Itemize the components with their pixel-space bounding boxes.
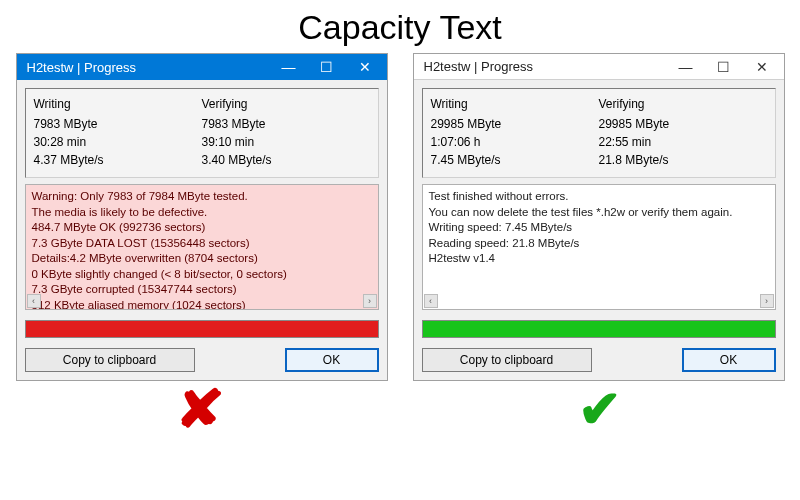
- scroll-right-icon[interactable]: ›: [363, 294, 377, 308]
- verifying-time: 39:10 min: [202, 133, 370, 151]
- writing-time: 1:07:06 h: [431, 133, 599, 151]
- verifying-label: Verifying: [202, 95, 370, 113]
- close-button[interactable]: ✕: [744, 56, 780, 78]
- writing-speed: 7.45 MByte/s: [431, 151, 599, 169]
- minimize-button[interactable]: —: [271, 56, 307, 78]
- log-line: Test finished without errors.: [429, 189, 769, 205]
- scroll-left-icon[interactable]: ‹: [424, 294, 438, 308]
- verifying-size: 29985 MByte: [599, 115, 767, 133]
- verifying-speed: 21.8 MByte/s: [599, 151, 767, 169]
- window-title: H2testw | Progress: [27, 60, 137, 75]
- writing-column: Writing29985 MByte1:07:06 h7.45 MByte/s: [431, 95, 599, 169]
- writing-time: 30:28 min: [34, 133, 202, 151]
- verifying-time: 22:55 min: [599, 133, 767, 151]
- metrics-panel: Writing7983 MByte30:28 min4.37 MByte/sVe…: [25, 88, 379, 178]
- ok-button[interactable]: OK: [682, 348, 776, 372]
- button-row: Copy to clipboardOK: [25, 348, 379, 372]
- log-line: Reading speed: 21.8 MByte/s: [429, 236, 769, 252]
- minimize-button[interactable]: —: [668, 56, 704, 78]
- log-line: 0 KByte slightly changed (< 8 bit/sector…: [32, 267, 372, 283]
- metrics-panel: Writing29985 MByte1:07:06 h7.45 MByte/sV…: [422, 88, 776, 178]
- page-title: Capacity Text: [0, 0, 800, 53]
- marks-row: ✘✔: [0, 383, 800, 435]
- verifying-size: 7983 MByte: [202, 115, 370, 133]
- titlebar[interactable]: H2testw | Progress—☐✕: [17, 54, 387, 80]
- writing-size: 29985 MByte: [431, 115, 599, 133]
- progress-bar: [25, 320, 379, 338]
- writing-size: 7983 MByte: [34, 115, 202, 133]
- log-line: H2testw v1.4: [429, 251, 769, 267]
- log-line: 7.3 GByte DATA LOST (15356448 sectors): [32, 236, 372, 252]
- window-body: Writing7983 MByte30:28 min4.37 MByte/sVe…: [17, 80, 387, 380]
- window-body: Writing29985 MByte1:07:06 h7.45 MByte/sV…: [414, 80, 784, 380]
- h2testw-window: H2testw | Progress—☐✕Writing7983 MByte30…: [16, 53, 388, 381]
- log-line: You can now delete the test files *.h2w …: [429, 205, 769, 221]
- log-line: Warning: Only 7983 of 7984 MByte tested.: [32, 189, 372, 205]
- scroll-left-icon[interactable]: ‹: [27, 294, 41, 308]
- windows-row: H2testw | Progress—☐✕Writing7983 MByte30…: [0, 53, 800, 381]
- log-line: The media is likely to be defective.: [32, 205, 372, 221]
- copy-to-clipboard-button[interactable]: Copy to clipboard: [422, 348, 592, 372]
- window-title: H2testw | Progress: [424, 59, 534, 74]
- h2testw-window: H2testw | Progress—☐✕Writing29985 MByte1…: [413, 53, 785, 381]
- close-button[interactable]: ✕: [347, 56, 383, 78]
- writing-speed: 4.37 MByte/s: [34, 151, 202, 169]
- progress-bar: [422, 320, 776, 338]
- scroll-right-icon[interactable]: ›: [760, 294, 774, 308]
- verifying-column: Verifying29985 MByte22:55 min21.8 MByte/…: [599, 95, 767, 169]
- writing-column: Writing7983 MByte30:28 min4.37 MByte/s: [34, 95, 202, 169]
- titlebar[interactable]: H2testw | Progress—☐✕: [414, 54, 784, 80]
- maximize-button[interactable]: ☐: [706, 56, 742, 78]
- button-row: Copy to clipboardOK: [422, 348, 776, 372]
- log-line: Writing speed: 7.45 MByte/s: [429, 220, 769, 236]
- log-line: Details:4.2 MByte overwritten (8704 sect…: [32, 251, 372, 267]
- verifying-column: Verifying7983 MByte39:10 min3.40 MByte/s: [202, 95, 370, 169]
- ok-button[interactable]: OK: [285, 348, 379, 372]
- verifying-speed: 3.40 MByte/s: [202, 151, 370, 169]
- x-mark-icon: ✘: [175, 383, 226, 435]
- log-line: 484.7 MByte OK (992736 sectors): [32, 220, 372, 236]
- log-output[interactable]: Test finished without errors.You can now…: [422, 184, 776, 310]
- copy-to-clipboard-button[interactable]: Copy to clipboard: [25, 348, 195, 372]
- check-mark-icon: ✔: [578, 383, 622, 435]
- log-line: 7.3 GByte corrupted (15347744 sectors): [32, 282, 372, 298]
- log-line: 512 KByte aliased memory (1024 sectors): [32, 298, 372, 310]
- maximize-button[interactable]: ☐: [309, 56, 345, 78]
- writing-label: Writing: [34, 95, 202, 113]
- verifying-label: Verifying: [599, 95, 767, 113]
- log-output[interactable]: Warning: Only 7983 of 7984 MByte tested.…: [25, 184, 379, 310]
- writing-label: Writing: [431, 95, 599, 113]
